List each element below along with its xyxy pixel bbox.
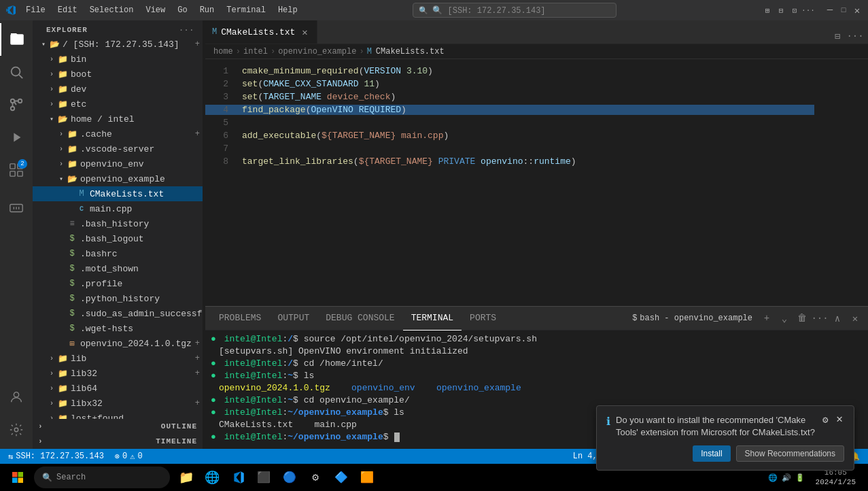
- svg-point-5: [18, 99, 22, 103]
- taskbar-app3-icon[interactable]: 🔷: [329, 465, 353, 490]
- sidebar-item-motd[interactable]: $ .motd_shown: [33, 261, 203, 276]
- status-errors[interactable]: ⊗ 0 ⚠ 0: [112, 449, 145, 464]
- sidebar-item-openvino-env[interactable]: › 📁 openvino_env: [33, 156, 203, 171]
- tab-terminal[interactable]: TERMINAL: [403, 307, 462, 331]
- sidebar-add-icon-lib[interactable]: +: [195, 354, 200, 363]
- menu-selection[interactable]: Selection: [84, 4, 139, 16]
- terminal-split-dropdown-icon[interactable]: ⌄: [777, 311, 792, 326]
- terminal-close-icon[interactable]: ✕: [848, 311, 863, 326]
- sidebar-add-icon-cache[interactable]: +: [195, 129, 200, 139]
- sidebar-add-icon-lib32[interactable]: +: [195, 369, 200, 378]
- close-button[interactable]: ✕: [852, 5, 863, 16]
- taskbar-app4-icon[interactable]: 🟧: [355, 465, 379, 490]
- breadcrumb-intel[interactable]: intel: [243, 47, 268, 56]
- taskbar-edge-icon[interactable]: 🌐: [200, 465, 224, 490]
- split-icon[interactable]: ⊡: [789, 5, 800, 16]
- sidebar-item-boot[interactable]: › 📁 boot: [33, 67, 203, 82]
- timeline-section[interactable]: › TIMELINE: [33, 434, 203, 449]
- arrow-right-icon: ›: [46, 71, 57, 78]
- breadcrumb-openvino-example[interactable]: openvino_example: [278, 47, 356, 56]
- notification-show-recommendations-button[interactable]: Show Recommendations: [736, 445, 844, 462]
- code-editor[interactable]: 1 cmake_minimum_required(VERSION 3.10) 2…: [205, 59, 868, 306]
- layout2-icon[interactable]: ⊟: [776, 5, 786, 16]
- sidebar-item-bash-logout[interactable]: $ .bash_logout: [33, 231, 203, 246]
- sidebar-item-wget[interactable]: $ .wget-hsts: [33, 321, 203, 336]
- sidebar-item-home-intel[interactable]: ▾ 📂 home / intel: [33, 112, 203, 126]
- sidebar-item-libx32[interactable]: › 📁 libx32 +: [33, 396, 203, 411]
- tab-more-icon[interactable]: ···: [848, 29, 863, 44]
- sidebar-item-etc[interactable]: › 📁 etc: [33, 97, 203, 112]
- taskbar-file-explorer-icon[interactable]: 📁: [174, 465, 198, 490]
- sidebar-item-cache[interactable]: › 📁 .cache +: [33, 126, 203, 141]
- tab-problems[interactable]: PROBLEMS: [211, 307, 269, 331]
- menu-view[interactable]: View: [140, 4, 171, 16]
- menu-edit[interactable]: Edit: [52, 4, 83, 16]
- notification-settings-icon[interactable]: ⚙: [821, 414, 829, 426]
- sidebar-add-icon-libx32[interactable]: +: [195, 399, 200, 408]
- taskbar-terminal-icon[interactable]: ⬛: [251, 465, 276, 490]
- menu-go[interactable]: Go: [172, 4, 192, 16]
- taskbar-search[interactable]: 🔍 Search: [34, 467, 170, 488]
- sidebar-item-profile[interactable]: $ .profile: [33, 276, 203, 291]
- menu-file[interactable]: File: [20, 4, 51, 16]
- tab-split-icon[interactable]: ⊟: [830, 29, 845, 44]
- tab-debug-console[interactable]: DEBUG CONSOLE: [317, 307, 402, 331]
- explorer-activity-icon[interactable]: [0, 23, 33, 56]
- remote-activity-icon[interactable]: [0, 192, 33, 224]
- cpp-file-icon: C: [76, 203, 87, 214]
- sidebar-item-vscode-server[interactable]: › 📁 .vscode-server: [33, 141, 203, 156]
- sidebar-item-dev[interactable]: › 📁 dev: [33, 82, 203, 97]
- tab-output[interactable]: OUTPUT: [269, 307, 317, 331]
- sidebar-item-lost-found[interactable]: › 📁 lost+found: [33, 411, 203, 419]
- sidebar-item-openvino-tgz[interactable]: ⊞ openvino_2024.1.0.tgz +: [33, 336, 203, 351]
- tab-close-button[interactable]: ✕: [299, 27, 310, 37]
- outline-section[interactable]: › OUTLINE: [33, 419, 203, 434]
- notification-close-button[interactable]: ✕: [835, 414, 844, 425]
- menu-terminal[interactable]: Terminal: [221, 4, 271, 16]
- sidebar-item-sudo[interactable]: $ .sudo_as_admin_successful: [33, 306, 203, 321]
- taskbar-vscode-icon[interactable]: [226, 465, 250, 490]
- titlebar-search[interactable]: 🔍 🔍 [SSH: 172.27.35.143]: [413, 3, 617, 18]
- breadcrumb-cmakelists[interactable]: CMakeLists.txt: [376, 47, 445, 56]
- menu-help[interactable]: Help: [273, 4, 303, 16]
- sidebar-item-lib64[interactable]: › 📁 lib64: [33, 381, 203, 396]
- menu-run[interactable]: Run: [194, 4, 220, 16]
- sidebar-item-lib32[interactable]: › 📁 lib32 +: [33, 366, 203, 381]
- sidebar-add-icon-tgz[interactable]: +: [195, 339, 200, 348]
- tab-cmakelists[interactable]: M CMakeLists.txt ✕: [205, 20, 317, 44]
- sidebar-item-openvino-example[interactable]: ▾ 📂 openvino_example: [33, 171, 203, 186]
- sidebar-add-icon[interactable]: +: [195, 39, 200, 49]
- sidebar-item-python-history[interactable]: $ .python_history: [33, 291, 203, 306]
- terminal-expand-icon[interactable]: ∧: [830, 311, 845, 326]
- taskbar-app1-icon[interactable]: 🔵: [277, 465, 302, 490]
- accounts-activity-icon[interactable]: [0, 381, 33, 413]
- taskbar-app2-icon[interactable]: ⚙: [303, 465, 328, 490]
- more-options-icon[interactable]: ···: [803, 5, 814, 16]
- status-ssh[interactable]: ⇆ SSH: 172.27.35.143: [5, 449, 107, 464]
- search-activity-icon[interactable]: [0, 56, 33, 88]
- sidebar-item-root[interactable]: ▾ 📂 / [SSH: 172.27.35.143] +: [33, 37, 203, 52]
- breadcrumb-home[interactable]: home: [213, 47, 233, 56]
- tab-ports[interactable]: PORTS: [462, 307, 504, 331]
- code-line-8: 8 target_link_libraries(${TARGET_NAME} P…: [205, 155, 868, 168]
- minimize-button[interactable]: ─: [824, 5, 835, 16]
- run-debug-activity-icon[interactable]: [0, 121, 33, 154]
- sidebar-item-main-cpp[interactable]: C main.cpp: [33, 201, 203, 216]
- sidebar-item-lib[interactable]: › 📁 lib +: [33, 351, 203, 366]
- extensions-activity-icon[interactable]: 2: [0, 154, 33, 186]
- terminal-add-icon[interactable]: +: [759, 311, 774, 326]
- sidebar-item-bashrc[interactable]: $ .bashrc: [33, 246, 203, 261]
- terminal-trash-icon[interactable]: 🗑: [795, 311, 810, 326]
- notification-install-button[interactable]: Install: [693, 445, 730, 462]
- sidebar-item-bash-history[interactable]: ≡ .bash_history: [33, 216, 203, 231]
- taskbar-start-button[interactable]: [3, 465, 33, 490]
- maximize-button[interactable]: □: [838, 5, 849, 16]
- source-control-activity-icon[interactable]: [0, 88, 33, 121]
- layout-icon[interactable]: ⊞: [762, 5, 773, 16]
- notification-buttons: Install Show Recommendations: [606, 445, 844, 462]
- sidebar-item-bin[interactable]: › 📁 bin: [33, 52, 203, 67]
- settings-activity-icon[interactable]: [0, 413, 33, 446]
- sidebar-item-cmakelists[interactable]: M CMakeLists.txt: [33, 186, 203, 201]
- sidebar-more-icon[interactable]: ···: [179, 26, 194, 34]
- terminal-more-icon[interactable]: ···: [812, 311, 827, 326]
